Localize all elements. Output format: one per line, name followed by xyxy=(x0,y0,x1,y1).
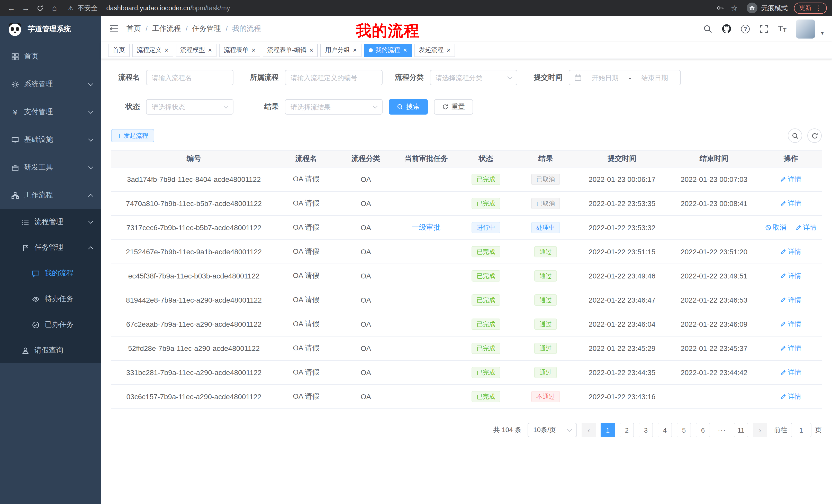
avatar-caret-icon[interactable]: ▾ xyxy=(821,30,824,38)
help-icon[interactable]: ? xyxy=(741,24,750,33)
sidebar-item-task-management[interactable]: 任务管理 xyxy=(0,235,101,260)
sidebar-item-devtools[interactable]: 研发工具 xyxy=(0,153,101,181)
tab-close-icon[interactable]: × xyxy=(252,47,255,53)
bookmark-star-icon[interactable]: ☆ xyxy=(728,2,740,14)
view-tab[interactable]: 发起流程 × xyxy=(414,44,455,57)
table-row[interactable]: ec45f38f-7b9a-11ec-b03b-acde48001122 OA … xyxy=(111,264,822,288)
result-select-input[interactable] xyxy=(290,103,370,111)
detail-link[interactable]: 详情 xyxy=(780,199,801,208)
prev-page-button[interactable]: ‹ xyxy=(581,423,596,437)
view-tab[interactable]: 流程表单-编辑 × xyxy=(263,44,318,57)
sidebar-item-workflow[interactable]: 工作流程 xyxy=(0,181,101,209)
tab-close-icon[interactable]: × xyxy=(310,47,313,53)
sidebar-item-my-process[interactable]: 我的流程 xyxy=(0,260,101,286)
github-icon[interactable] xyxy=(722,24,731,33)
page-size-input[interactable] xyxy=(533,426,565,434)
detail-link[interactable]: 详情 xyxy=(780,392,801,401)
status-select[interactable] xyxy=(146,99,233,115)
page-number-button[interactable]: 2 xyxy=(620,423,634,437)
page-number-button[interactable]: 3 xyxy=(639,423,653,437)
sidebar-item-process-management[interactable]: 流程管理 xyxy=(0,209,101,235)
table-row[interactable]: 2152467e-7b9b-11ec-9a1b-acde48001122 OA … xyxy=(111,240,822,264)
sidebar-item-home[interactable]: 首页 xyxy=(0,43,101,71)
tab-close-icon[interactable]: × xyxy=(164,47,168,53)
user-avatar[interactable] xyxy=(796,19,815,38)
start-date-input[interactable] xyxy=(585,74,626,81)
cancel-link[interactable]: 取消 xyxy=(765,223,786,232)
view-tab[interactable]: 流程定义 × xyxy=(132,44,173,57)
view-tab[interactable]: 用户分组 × xyxy=(321,44,362,57)
fullscreen-icon[interactable] xyxy=(759,24,768,33)
tab-close-icon[interactable]: × xyxy=(208,47,212,53)
sidebar-item-done-tasks[interactable]: 已办任务 xyxy=(0,312,101,338)
next-page-button[interactable]: › xyxy=(753,423,767,437)
page-number-button[interactable]: 6 xyxy=(696,423,710,437)
table-row[interactable]: 331bc281-7b9a-11ec-a290-acde48001122 OA … xyxy=(111,360,822,385)
view-tab[interactable]: 流程表单 × xyxy=(219,44,260,57)
reset-button[interactable]: 重置 xyxy=(434,99,473,115)
end-date-input[interactable] xyxy=(634,74,675,81)
page-number-button[interactable]: 1 xyxy=(601,423,615,437)
sidebar-toggle-icon[interactable] xyxy=(109,24,119,34)
view-tab[interactable]: 我的流程 × xyxy=(364,44,412,57)
browser-menu-icon[interactable]: ⋮ xyxy=(815,4,822,12)
sidebar-item-leave-query[interactable]: 请假查询 xyxy=(0,338,101,363)
toggle-search-button[interactable] xyxy=(788,129,802,143)
sidebar-item-infrastructure[interactable]: 基础设施 xyxy=(0,126,101,153)
address-bar[interactable]: ⚠ 不安全 dashboard.yudao.iocoder.cn/bpm/tas… xyxy=(68,2,706,14)
browser-home-icon[interactable]: ⌂ xyxy=(48,2,61,14)
breadcrumb-item[interactable]: 工作流程 xyxy=(152,24,181,33)
detail-link[interactable]: 详情 xyxy=(780,247,801,256)
font-size-icon[interactable]: TT xyxy=(778,25,786,33)
table-row[interactable]: 819442e8-7b9a-11ec-a290-acde48001122 OA … xyxy=(111,288,822,312)
detail-link[interactable]: 详情 xyxy=(780,368,801,377)
current-task-link[interactable]: 一级审批 xyxy=(412,223,441,231)
page-number-button[interactable]: 5 xyxy=(677,423,691,437)
detail-link[interactable]: 详情 xyxy=(796,223,816,232)
browser-update-button[interactable]: 更新 ⋮ xyxy=(794,2,827,13)
breadcrumb-item[interactable]: 任务管理 xyxy=(192,24,221,33)
detail-link[interactable]: 详情 xyxy=(780,296,801,305)
page-number-button[interactable]: ··· xyxy=(715,423,729,437)
table-row[interactable]: 52ffd28e-7b9a-11ec-a290-acde48001122 OA … xyxy=(111,336,822,360)
password-key-icon[interactable] xyxy=(714,2,726,14)
table-row[interactable]: 3ad174fb-7b9d-11ec-8404-acde48001122 OA … xyxy=(111,167,822,191)
start-process-button[interactable]: + 发起流程 xyxy=(111,129,154,142)
detail-link[interactable]: 详情 xyxy=(780,319,801,329)
sidebar-item-todo-tasks[interactable]: 待办任务 xyxy=(0,286,101,312)
page-number-button[interactable]: 4 xyxy=(658,423,672,437)
browser-reload-icon[interactable] xyxy=(34,2,46,14)
category-select-input[interactable] xyxy=(436,74,505,81)
browser-back-icon[interactable]: ← xyxy=(5,2,18,14)
process-definition-input[interactable] xyxy=(290,74,377,81)
browser-forward-icon[interactable]: → xyxy=(20,2,32,14)
table-row[interactable]: 7317cec6-7b9b-11ec-b5b7-acde48001122 OA … xyxy=(111,216,822,240)
search-icon[interactable] xyxy=(703,24,712,33)
detail-link[interactable]: 详情 xyxy=(780,271,801,281)
tab-close-icon[interactable]: × xyxy=(403,47,407,53)
incognito-label: 无痕模式 xyxy=(761,3,788,12)
refresh-table-button[interactable] xyxy=(807,129,822,143)
detail-link[interactable]: 详情 xyxy=(780,344,801,353)
tab-close-icon[interactable]: × xyxy=(353,47,357,53)
page-number-button[interactable]: 11 xyxy=(734,423,748,437)
detail-link[interactable]: 详情 xyxy=(780,175,801,184)
process-name-input[interactable] xyxy=(152,74,228,81)
table-row[interactable]: 03c6c157-7b9a-11ec-a290-acde48001122 OA … xyxy=(111,385,822,409)
sidebar-item-system[interactable]: 系统管理 xyxy=(0,71,101,98)
view-tab[interactable]: 流程模型 × xyxy=(176,44,216,57)
table-row[interactable]: 67c2eaab-7b9a-11ec-a290-acde48001122 OA … xyxy=(111,312,822,336)
category-select[interactable] xyxy=(430,70,517,85)
date-range-picker[interactable]: - xyxy=(569,70,681,85)
breadcrumb-item[interactable]: 首页 xyxy=(127,24,141,33)
result-select[interactable] xyxy=(285,99,383,115)
search-button[interactable]: 搜索 xyxy=(389,99,428,115)
view-tab[interactable]: 首页 xyxy=(108,44,130,57)
sidebar-item-payment[interactable]: ¥ 支付管理 xyxy=(0,98,101,126)
page-size-select[interactable] xyxy=(527,423,577,437)
goto-page-input[interactable] xyxy=(791,423,811,437)
cell-id: 7470a810-7b9b-11ec-b5b7-acde48001122 xyxy=(111,191,277,216)
table-row[interactable]: 7470a810-7b9b-11ec-b5b7-acde48001122 OA … xyxy=(111,191,822,216)
status-select-input[interactable] xyxy=(152,103,221,111)
tab-close-icon[interactable]: × xyxy=(447,47,450,53)
